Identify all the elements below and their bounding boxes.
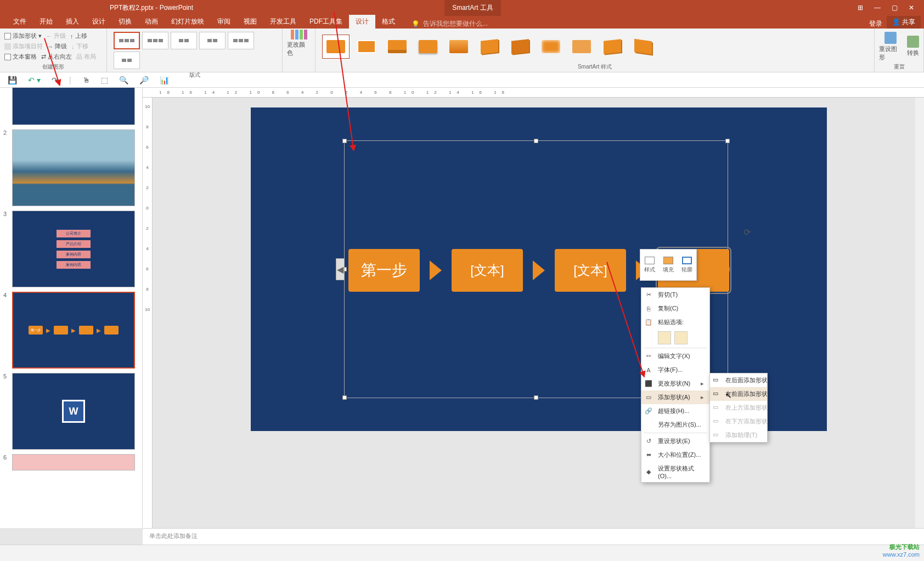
- process-step-2[interactable]: [文本]: [452, 249, 523, 292]
- text-pane-toggle[interactable]: ◀: [336, 258, 345, 280]
- undo-button[interactable]: ↶ ▾: [28, 76, 41, 84]
- style-option[interactable]: [445, 35, 472, 59]
- tab-design[interactable]: 设计: [86, 15, 112, 29]
- resize-handle[interactable]: [534, 139, 538, 143]
- resize-handle[interactable]: [342, 395, 347, 400]
- qat-item[interactable]: 🔍: [119, 76, 128, 84]
- layout-option[interactable]: [228, 32, 254, 49]
- tab-review[interactable]: 审阅: [211, 15, 237, 29]
- move-up-button[interactable]: ↑ 上移: [70, 32, 87, 40]
- ctx-change-shape[interactable]: ⬛更改形状(N)▸: [641, 377, 709, 390]
- slide-thumbnails[interactable]: 1 2 3 公司简介 产品介绍 案例内容 案例内容 4 第一步▶ ▶ ▶: [0, 88, 143, 528]
- ctx-size-position[interactable]: ⬌大小和位置(Z)...: [641, 448, 709, 462]
- ctx-edit-text[interactable]: ✏编辑文字(X): [641, 349, 709, 363]
- tab-smartart-design[interactable]: 设计: [349, 15, 375, 29]
- style-option[interactable]: [384, 35, 411, 59]
- tab-slideshow[interactable]: 幻灯片放映: [165, 15, 211, 29]
- tab-animation[interactable]: 动画: [138, 15, 165, 29]
- slide-thumbnail-6[interactable]: [12, 454, 135, 471]
- tab-insert[interactable]: 插入: [59, 15, 86, 29]
- mini-outline-button[interactable]: 轮廓: [678, 250, 696, 280]
- ctx-copy[interactable]: ⎘复制(C): [641, 302, 709, 315]
- reset-graphic-button[interactable]: 重设图形: [879, 32, 902, 61]
- rtl-button[interactable]: ⇄ 从右向左: [41, 53, 72, 61]
- paste-option[interactable]: [658, 331, 671, 344]
- tab-file[interactable]: 文件: [7, 15, 33, 29]
- watermark-line2: www.xz7.com: [883, 551, 920, 558]
- maximize-button[interactable]: ▢: [892, 4, 898, 12]
- tab-transition[interactable]: 切换: [112, 15, 138, 29]
- layout-option[interactable]: [114, 52, 140, 69]
- process-step-3[interactable]: [文本]: [555, 249, 626, 292]
- layout-button[interactable]: 品 布局: [76, 53, 96, 61]
- layout-option[interactable]: [114, 32, 140, 49]
- ctx-cut[interactable]: ✂剪切(T): [641, 288, 709, 302]
- layout-option[interactable]: [142, 32, 168, 49]
- style-option[interactable]: [476, 35, 503, 59]
- move-down-button[interactable]: ↓ 下移: [71, 42, 88, 50]
- style-option[interactable]: [506, 35, 534, 59]
- ctx-format-shape[interactable]: ◆设置形状格式(O)...: [641, 462, 709, 482]
- tab-pdf[interactable]: PDF工具集: [303, 15, 349, 29]
- resize-handle[interactable]: [534, 395, 538, 400]
- mouse-mode-button[interactable]: 🖱: [82, 76, 90, 84]
- share-button[interactable]: 👤 共享: [887, 16, 921, 29]
- slide-thumbnail-4[interactable]: 第一步▶ ▶ ▶: [12, 292, 135, 369]
- add-bullet-button[interactable]: 添加项目符: [4, 42, 43, 50]
- save-button[interactable]: 💾: [8, 76, 17, 84]
- thumb-number: 5: [3, 373, 12, 450]
- text-pane-button[interactable]: 文本窗格: [4, 53, 37, 61]
- submenu-add-before[interactable]: ▭在前面添加形状(B: [710, 387, 767, 401]
- ctx-reset-shape[interactable]: ↺重设形状(E): [641, 434, 709, 448]
- style-option[interactable]: [599, 35, 626, 59]
- layout-option[interactable]: [199, 32, 226, 49]
- resize-handle[interactable]: [725, 139, 730, 143]
- ribbon: 添加形状 ▾ ← 升级 ↑ 上移 添加项目符 → 降级 ↓ 下移 文本窗格 ⇄ …: [0, 29, 924, 72]
- bulb-icon: 💡: [412, 20, 420, 28]
- submenu-add-after[interactable]: ▭在后面添加形状(A: [710, 373, 767, 387]
- slide-thumbnail-3[interactable]: 公司简介 产品介绍 案例内容 案例内容: [12, 211, 135, 287]
- ctx-add-shape[interactable]: ▭添加形状(A)▸: [641, 390, 709, 404]
- style-option[interactable]: [322, 35, 350, 59]
- style-option[interactable]: [537, 35, 565, 59]
- resize-handle[interactable]: [342, 139, 347, 143]
- paste-option[interactable]: [674, 331, 688, 344]
- slide-thumbnail-1[interactable]: [12, 88, 135, 125]
- tab-smartart-format[interactable]: 格式: [375, 15, 402, 29]
- ribbon-options-button[interactable]: ⊞: [858, 4, 863, 12]
- slide-thumbnail-2[interactable]: [12, 129, 135, 206]
- tab-home[interactable]: 开始: [33, 15, 59, 29]
- vertical-scrollbar[interactable]: [915, 98, 924, 528]
- ctx-font[interactable]: A字体(F)...: [641, 363, 709, 377]
- slide-thumbnail-5[interactable]: W: [12, 373, 135, 450]
- qat-item[interactable]: 📊: [160, 76, 169, 84]
- style-option[interactable]: [629, 35, 657, 59]
- minimize-button[interactable]: —: [874, 4, 881, 12]
- notes-pane[interactable]: 单击此处添加备注: [143, 528, 924, 545]
- add-shape-button[interactable]: 添加形状 ▾: [4, 32, 42, 40]
- mini-style-button[interactable]: 样式: [640, 250, 659, 280]
- convert-button[interactable]: 转换: [907, 36, 919, 57]
- tab-view[interactable]: 视图: [237, 15, 263, 29]
- submenu-add-below[interactable]: ▭在下方添加形状(W: [710, 415, 767, 428]
- ctx-save-as-picture[interactable]: 另存为图片(S)...: [641, 418, 709, 432]
- layout-option[interactable]: [171, 32, 197, 49]
- ctx-hyperlink[interactable]: 🔗超链接(H)...: [641, 404, 709, 418]
- submenu-add-assistant[interactable]: ▭添加助理(T): [710, 428, 767, 442]
- tell-me-box[interactable]: 💡 告诉我您想要做什么...: [412, 19, 488, 29]
- qat-item[interactable]: 🔎: [139, 76, 149, 84]
- mini-fill-button[interactable]: 填充: [659, 250, 678, 280]
- submenu-add-above[interactable]: ▭在上方添加形状(V: [710, 401, 767, 415]
- close-button[interactable]: ✕: [909, 4, 914, 12]
- change-colors-button[interactable]: 更改颜色: [287, 30, 311, 71]
- process-step-1[interactable]: 第一步: [348, 249, 420, 292]
- tab-dev[interactable]: 开发工具: [263, 15, 303, 29]
- qat-item[interactable]: ⬚: [101, 76, 108, 84]
- demote-button[interactable]: → 降级: [47, 42, 67, 50]
- promote-button[interactable]: ← 升级: [46, 32, 66, 40]
- style-option[interactable]: [353, 35, 380, 59]
- login-button[interactable]: 登录: [869, 19, 887, 29]
- style-option[interactable]: [568, 35, 595, 59]
- style-option[interactable]: [414, 35, 442, 59]
- rotate-handle[interactable]: ⟳: [743, 227, 754, 238]
